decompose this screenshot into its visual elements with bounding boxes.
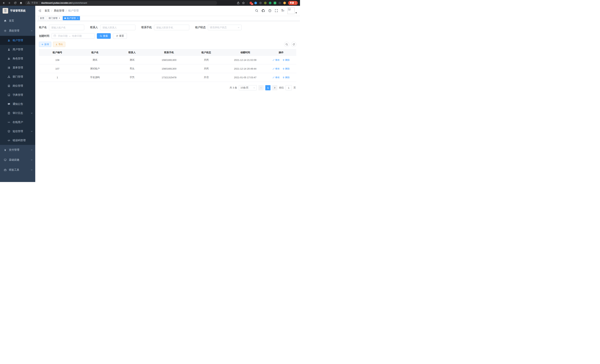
caret-down-icon bbox=[295, 11, 297, 14]
column-header: 租户状态 bbox=[188, 49, 225, 56]
extension-icon[interactable]: 10 bbox=[250, 2, 252, 4]
broadcast-icon bbox=[7, 121, 10, 123]
sidebar-item-menu[interactable]: 菜单管理 bbox=[0, 63, 35, 72]
delete-link-label: 删除 bbox=[285, 58, 290, 62]
goto-page-input[interactable] bbox=[286, 85, 292, 90]
extension-icon[interactable] bbox=[269, 2, 272, 4]
table-header-row: 租户编号 租户名 联系人 联系手机 租户状态 创建时间 操作 bbox=[39, 49, 296, 56]
extension-icon[interactable] bbox=[283, 2, 286, 4]
security-label[interactable]: 不安全 bbox=[31, 1, 38, 4]
sidebar-item-label: 字典管理 bbox=[13, 93, 23, 97]
home-icon bbox=[4, 19, 7, 22]
sidebar-item-dev-tools[interactable]: 研发工具 bbox=[0, 165, 35, 175]
active-tab-dot bbox=[64, 18, 66, 19]
address-bar[interactable]: 不安全 dashboard.yudao.iocoder.cn/system/te… bbox=[25, 1, 217, 5]
prev-page-button[interactable] bbox=[258, 85, 264, 90]
briefcase-icon bbox=[4, 169, 7, 171]
add-button[interactable]: 新增 bbox=[39, 42, 51, 47]
bookmark-star-icon[interactable] bbox=[242, 1, 245, 4]
tab-label: 首页 bbox=[40, 17, 44, 20]
breadcrumb-home[interactable]: 首页 bbox=[45, 9, 50, 12]
sidebar-item-payment[interactable]: ¥ 支付管理 bbox=[0, 145, 35, 155]
sidebar-item-online-users[interactable]: 在线用户 bbox=[0, 118, 35, 127]
refresh-button[interactable] bbox=[291, 42, 296, 47]
toggle-search-button[interactable] bbox=[284, 42, 289, 47]
sidebar-item-role[interactable]: 角色管理 bbox=[0, 54, 35, 63]
close-icon[interactable]: × bbox=[59, 17, 60, 19]
app-title: 芋道管理系统 bbox=[10, 9, 26, 12]
page-number-button[interactable]: 1 bbox=[265, 85, 271, 90]
reset-button[interactable]: 重置 bbox=[113, 33, 127, 39]
phone-input[interactable] bbox=[154, 25, 189, 30]
cell-contact: 芋艿 bbox=[114, 73, 150, 82]
cell-tenant-id: 107 bbox=[39, 64, 76, 73]
user-avatar[interactable] bbox=[288, 7, 297, 14]
github-icon[interactable] bbox=[262, 9, 265, 12]
avatar-image bbox=[288, 7, 295, 14]
app-logo[interactable]: 芋道管理系统 bbox=[0, 6, 35, 16]
forward-icon[interactable] bbox=[8, 1, 11, 4]
sidebar-item-tenant[interactable]: 租户管理 bbox=[0, 36, 35, 45]
sidebar-item-infrastructure[interactable]: 基础设施 bbox=[0, 155, 35, 165]
cell-tenant-name: 测试 bbox=[76, 56, 114, 64]
url-host: dashboard.yudao.iocoder.cn bbox=[41, 2, 71, 4]
fullscreen-icon[interactable] bbox=[275, 9, 278, 12]
reload-icon[interactable] bbox=[14, 1, 17, 4]
back-icon[interactable] bbox=[2, 1, 5, 4]
close-icon[interactable]: × bbox=[77, 17, 78, 19]
delete-link[interactable]: 删除 bbox=[282, 76, 290, 79]
sidebar-item-label: 错误码管理 bbox=[13, 139, 26, 142]
tab-home[interactable]: 首页 bbox=[38, 16, 46, 20]
edit-link[interactable]: 修改 bbox=[272, 67, 280, 70]
sidebar-item-sms[interactable]: 短信管理 bbox=[0, 127, 35, 136]
tenant-name-input[interactable] bbox=[49, 25, 84, 30]
page-size-select[interactable]: 10条/页 bbox=[239, 85, 257, 90]
sidebar-item-user[interactable]: 用户管理 bbox=[0, 45, 35, 54]
tab-dept[interactable]: 部门管理 × bbox=[47, 16, 62, 20]
cell-created: 2021-01-05 17:03:47 bbox=[225, 73, 266, 82]
extension-icon[interactable] bbox=[264, 2, 267, 4]
sidebar-item-error-code[interactable]: 错误码管理 bbox=[0, 136, 35, 145]
extension-icon[interactable] bbox=[274, 2, 276, 4]
code-icon bbox=[7, 139, 10, 142]
extension-icon[interactable] bbox=[259, 2, 262, 4]
edit-link[interactable]: 修改 bbox=[272, 76, 280, 79]
help-icon[interactable] bbox=[268, 9, 272, 12]
table-row: 1 芋道源码 芋艿 17321315478 开启 2021-01-05 17:0… bbox=[39, 73, 296, 82]
sidebar-item-label: 租户管理 bbox=[13, 39, 23, 42]
share-icon[interactable] bbox=[237, 1, 240, 4]
search-button[interactable]: 搜索 bbox=[97, 33, 111, 39]
extension-icon[interactable] bbox=[279, 2, 281, 4]
sidebar-item-home[interactable]: 首页 bbox=[0, 16, 35, 26]
edit-link[interactable]: 修改 bbox=[272, 58, 280, 62]
search-icon[interactable] bbox=[255, 9, 258, 12]
tab-tenant[interactable]: 租户管理 × bbox=[63, 16, 80, 20]
cell-actions: 修改删除 bbox=[266, 73, 296, 82]
document-icon bbox=[7, 112, 10, 114]
create-time-range-picker[interactable]: 开始日期 - 结束日期 bbox=[52, 33, 95, 39]
search-button-label: 搜索 bbox=[103, 34, 108, 38]
browser-menu-icon[interactable] bbox=[296, 2, 296, 4]
extension-badge: 10 bbox=[251, 3, 253, 5]
sidebar-item-system[interactable]: 系统管理 bbox=[0, 26, 35, 36]
sidebar-item-label: 角色管理 bbox=[13, 57, 23, 60]
delete-link[interactable]: 删除 bbox=[282, 58, 290, 62]
next-page-button[interactable] bbox=[272, 85, 277, 90]
sidebar-item-post[interactable]: 岗位管理 bbox=[0, 81, 35, 90]
export-button[interactable]: 导出 bbox=[53, 42, 65, 47]
sidebar-collapse-icon[interactable] bbox=[38, 9, 42, 12]
sidebar-item-notice[interactable]: 通知公告 bbox=[0, 99, 35, 109]
breadcrumb-system[interactable]: 系统管理 bbox=[54, 9, 64, 12]
status-select[interactable]: 请选择租户状态 bbox=[208, 25, 242, 30]
contact-input[interactable] bbox=[100, 25, 135, 30]
chrome-update-button[interactable]: 更新 bbox=[288, 1, 298, 5]
sidebar-item-dept[interactable]: 部门管理 bbox=[0, 72, 35, 81]
monitor-icon bbox=[4, 159, 7, 161]
delete-link[interactable]: 删除 bbox=[282, 67, 290, 70]
sidebar-item-audit-log[interactable]: 审计日志 bbox=[0, 109, 35, 118]
extension-icon[interactable] bbox=[254, 2, 257, 4]
warning-icon bbox=[27, 1, 30, 4]
home-icon[interactable] bbox=[19, 1, 22, 4]
font-size-icon[interactable]: TT bbox=[281, 9, 284, 12]
sidebar-item-dict[interactable]: 字典管理 bbox=[0, 90, 35, 99]
